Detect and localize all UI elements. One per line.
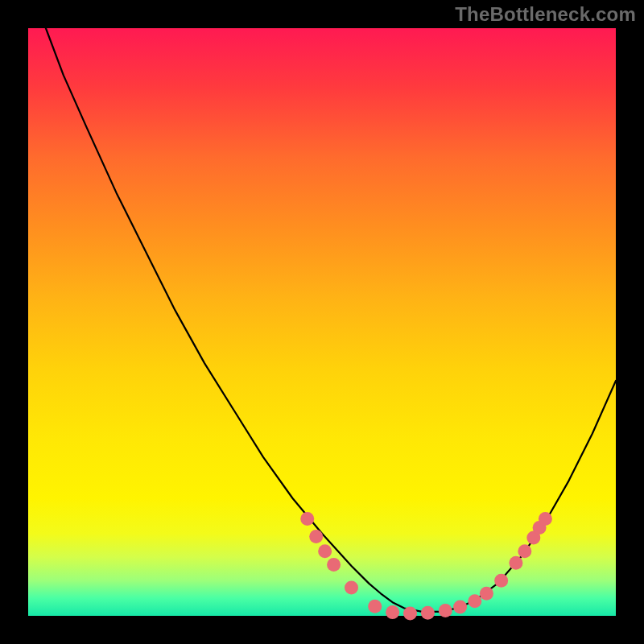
chart-frame: TheBottleneck.com [0,0,644,644]
data-marker [453,601,467,614]
data-marker [539,512,552,526]
gradient-background [28,28,616,616]
data-marker [439,604,452,617]
data-marker [421,606,435,620]
data-marker [403,607,417,621]
data-marker [368,600,382,613]
data-marker [345,580,358,594]
data-marker [309,530,323,543]
data-marker [386,605,399,619]
data-marker [518,544,531,558]
data-marker [494,574,508,588]
data-marker [318,544,332,558]
data-marker [300,512,314,526]
data-marker [327,558,341,572]
data-marker [468,594,481,608]
data-marker [509,556,522,570]
data-marker [480,587,493,601]
bottleneck-chart [0,0,644,644]
